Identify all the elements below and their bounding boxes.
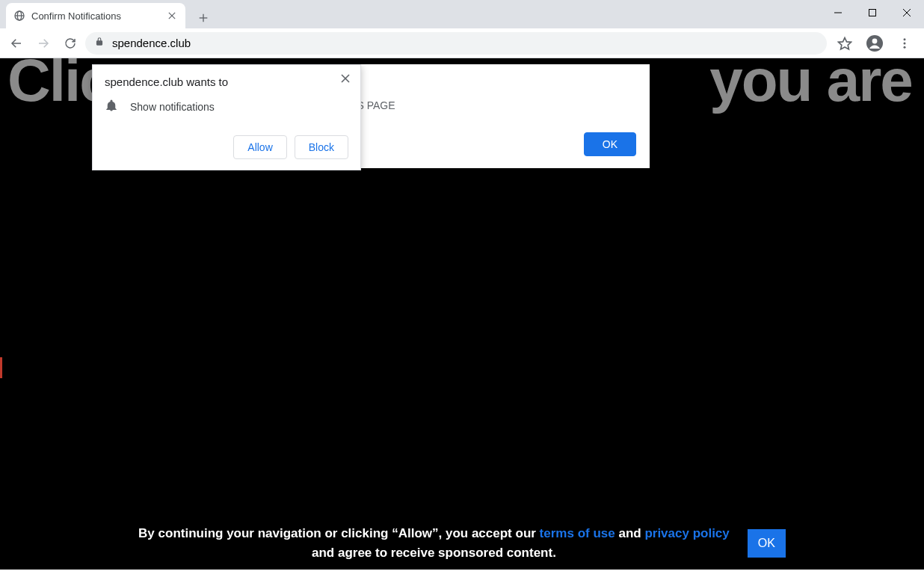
profile-avatar-button[interactable]: [863, 31, 887, 55]
forward-button[interactable]: [31, 31, 55, 55]
window-minimize-button[interactable]: [821, 0, 855, 25]
headline-right: you are not: [709, 58, 924, 114]
window-maximize-button[interactable]: [855, 0, 890, 25]
permission-close-button[interactable]: [336, 70, 354, 87]
tab-title: Confirm Notifications: [31, 10, 121, 22]
back-button[interactable]: [4, 31, 28, 55]
consent-ok-button[interactable]: OK: [748, 529, 786, 558]
bell-icon: [105, 99, 118, 114]
privacy-policy-link[interactable]: privacy policy: [644, 526, 729, 540]
consent-text: By continuing your navigation or clickin…: [138, 524, 730, 562]
svg-marker-13: [839, 37, 851, 49]
svg-point-15: [872, 38, 878, 43]
permission-item-label: Show notifications: [130, 101, 215, 113]
svg-point-17: [904, 42, 906, 44]
lock-icon: [94, 37, 105, 49]
browser-toolbar: [0, 28, 924, 58]
svg-rect-1: [869, 10, 876, 16]
window-close-button[interactable]: [890, 0, 924, 25]
tab-strip: Confirm Notifications: [0, 0, 924, 28]
reload-button[interactable]: [58, 31, 82, 55]
svg-point-16: [904, 38, 906, 40]
consent-mid: and: [615, 526, 645, 540]
url-input[interactable]: [112, 37, 818, 49]
browser-tab[interactable]: Confirm Notifications: [6, 3, 185, 28]
bookmark-star-button[interactable]: [833, 31, 857, 55]
terms-of-use-link[interactable]: terms of use: [540, 526, 615, 540]
globe-icon: [13, 10, 25, 22]
consent-bar: By continuing your navigation or clickin…: [0, 524, 924, 562]
decorative-sliver: [0, 357, 2, 378]
permission-block-button[interactable]: Block: [295, 135, 348, 159]
address-bar[interactable]: [85, 32, 827, 55]
consent-post: and agree to receive sponsored content.: [312, 546, 556, 560]
consent-pre: By continuing your navigation or clickin…: [138, 526, 540, 540]
tab-close-button[interactable]: [166, 10, 178, 22]
svg-point-18: [904, 46, 906, 48]
permission-allow-button[interactable]: Allow: [233, 135, 286, 159]
chrome-menu-button[interactable]: [893, 31, 917, 55]
alert-ok-button[interactable]: OK: [584, 132, 636, 156]
permission-title: spendence.club wants to: [105, 75, 348, 88]
notification-permission-prompt: spendence.club wants to Show notificatio…: [92, 64, 361, 170]
new-tab-button[interactable]: [193, 7, 214, 28]
